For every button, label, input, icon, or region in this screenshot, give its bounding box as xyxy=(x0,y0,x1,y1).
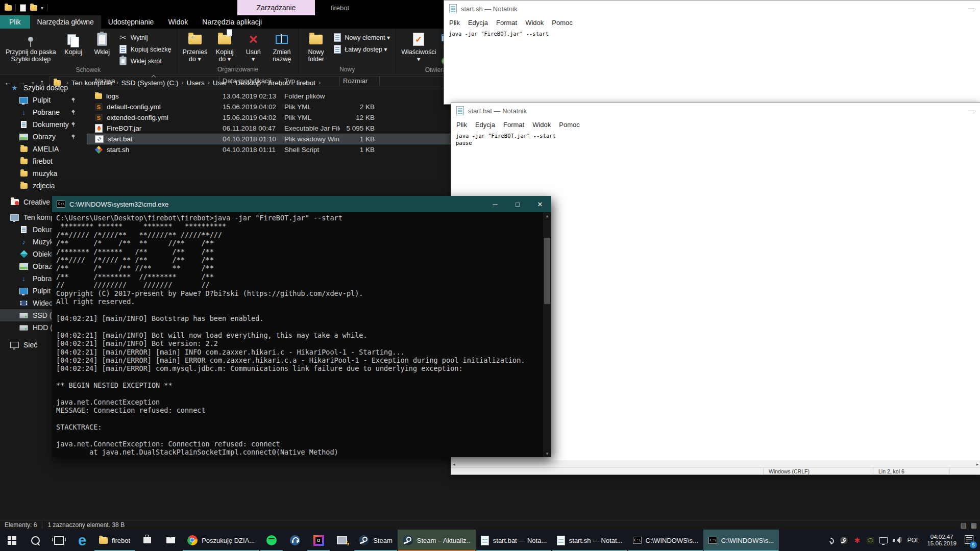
properties-button[interactable]: ✓ Właściwości ▾ xyxy=(399,30,438,64)
store-button[interactable] xyxy=(135,530,159,551)
tray-volume-icon-icon[interactable]: )) xyxy=(892,537,901,544)
mail-button[interactable] xyxy=(159,530,182,551)
move-to-button[interactable]: ← Przenieś do ▾ xyxy=(180,30,210,64)
rename-button[interactable]: Zmień nazwę xyxy=(268,30,296,64)
tab-plik[interactable]: Plik xyxy=(0,15,30,29)
sidebar-item-obrazy[interactable]: Obrazy xyxy=(0,131,83,143)
menu-widok[interactable]: Widok xyxy=(528,121,555,129)
task-view-button[interactable] xyxy=(47,530,70,551)
cut-button[interactable]: ✂Wytnij xyxy=(117,32,174,43)
minimize-button[interactable]: — xyxy=(968,107,974,114)
menu-format[interactable]: Format xyxy=(499,121,528,129)
copy-path-button[interactable]: Kopiuj ścieżkę xyxy=(117,44,174,55)
tray-red-app-icon-icon[interactable]: ✱ xyxy=(852,537,862,544)
explorer-firebot-button[interactable]: firebot xyxy=(94,530,135,551)
sidebar-item-amelia[interactable]: AMELIA xyxy=(0,143,83,155)
tray-nvidia-icon-icon[interactable] xyxy=(866,537,875,544)
status-encoding: Windows (CRLF) xyxy=(763,468,873,474)
sidebar-item-zdjecia[interactable]: zdjecia xyxy=(0,180,83,192)
file-date-cell: 04.10.2018 01:11 xyxy=(219,146,281,154)
column-header-rozmiar[interactable]: Rozmiar xyxy=(340,76,380,85)
notepad-sh-text-area[interactable]: java -jar "FireBOT.jar" --start xyxy=(444,28,980,37)
menu-widok[interactable]: Widok xyxy=(521,19,548,27)
spotify-button[interactable] xyxy=(260,530,283,551)
steam-button[interactable]: Steam xyxy=(354,530,398,551)
scrollbar-thumb[interactable] xyxy=(544,238,550,304)
properties-qat-icon[interactable] xyxy=(20,4,26,11)
notepad-bat-text-area[interactable]: java -jar "FireBOT.jar" --start pause xyxy=(451,130,980,146)
sidebar-item-pulpit[interactable]: Pulpit xyxy=(0,94,83,106)
notification-center-button[interactable]: 5 xyxy=(965,535,973,546)
copy-button[interactable]: Kopiuj xyxy=(60,30,87,57)
search-button[interactable] xyxy=(23,530,47,551)
close-button[interactable]: ✕ xyxy=(529,196,551,212)
column-header-nazwa[interactable]: Nazwa xyxy=(87,76,219,85)
tray-satellite-icon-icon[interactable] xyxy=(826,537,835,544)
cmd-scrollbar[interactable]: ▴ ▾ xyxy=(543,212,551,457)
intellij-button[interactable]: IJ xyxy=(307,530,330,551)
notepad-sh-button[interactable]: start.sh — Notat... xyxy=(552,530,628,551)
view-details-button[interactable]: ▤ xyxy=(960,521,966,529)
cmd-window-2-button[interactable]: C:\C:\WINDOWS\s... xyxy=(703,530,779,551)
taskbar-clock[interactable]: 04:02:47 15.06.2019 xyxy=(925,534,959,547)
minimize-button[interactable]: ─ xyxy=(484,196,506,212)
paste-shortcut-button[interactable]: Wklej skrót xyxy=(117,56,174,66)
view-thumbnails-button[interactable]: ▦ xyxy=(971,521,977,529)
taskbar: efirebotPoszukuję DZIA...IJSteamSteam – … xyxy=(0,530,980,551)
new-item-button[interactable]: Nowy element ▾ xyxy=(331,32,392,43)
horizontal-scrollbar[interactable]: ◂ ▸ xyxy=(451,460,980,468)
maximize-button[interactable]: □ xyxy=(506,196,529,212)
tab-widok[interactable]: Widok xyxy=(161,15,195,29)
delete-button[interactable]: × Usuń ▾ xyxy=(239,30,267,64)
start-button[interactable] xyxy=(0,530,23,551)
sidebar-item-pobrane[interactable]: ↓Pobrane xyxy=(0,106,83,118)
sidebar-item-szybki-dost-p[interactable]: ★Szybki dostęp xyxy=(0,82,83,94)
cmd-titlebar[interactable]: C:\ C:\WINDOWS\system32\cmd.exe ─ □ ✕ xyxy=(52,196,551,212)
ribbon-group-new: Nowy folder Nowy element ▾ Łatwy dostęp … xyxy=(299,29,396,74)
scroll-right-arrow-icon[interactable]: ▸ xyxy=(976,462,978,467)
scroll-left-arrow-icon[interactable]: ◂ xyxy=(453,462,455,467)
easy-access-button[interactable]: Łatwy dostęp ▾ xyxy=(331,44,392,55)
tray-steam-icon-icon[interactable] xyxy=(839,537,848,544)
menu-edycja[interactable]: Edycja xyxy=(471,121,499,129)
notepad-sh-titlebar[interactable]: start.sh — Notatnik — xyxy=(444,1,980,17)
sidebar-item-label: Pulpit xyxy=(33,96,51,104)
menu-pomoc[interactable]: Pomoc xyxy=(548,19,576,27)
scroll-down-arrow-icon[interactable]: ▾ xyxy=(546,451,549,456)
column-header-typ[interactable]: Typ xyxy=(281,76,340,85)
menu-pomoc[interactable]: Pomoc xyxy=(555,121,583,129)
voice-app-button[interactable] xyxy=(283,530,307,551)
sidebar-item-muzyka[interactable]: muzyka xyxy=(0,167,83,180)
minimize-button[interactable]: — xyxy=(968,5,974,12)
menu-edycja[interactable]: Edycja xyxy=(464,19,492,27)
menu-plik[interactable]: Plik xyxy=(452,121,471,129)
tray-network-icon-icon[interactable] xyxy=(879,537,888,543)
notepad-bat-titlebar[interactable]: start.bat — Notatnik — xyxy=(451,103,980,119)
menu-format[interactable]: Format xyxy=(492,19,521,27)
taskview-icon xyxy=(54,536,64,545)
chrome-button[interactable]: Poszukuję DZIA... xyxy=(182,530,260,551)
new-folder-qat-icon[interactable] xyxy=(30,5,37,11)
cmd-window-1-button[interactable]: C:\C:\WINDOWS\s... xyxy=(628,530,703,551)
language-indicator[interactable]: POL xyxy=(905,537,921,544)
column-header-label: Nazwa xyxy=(95,77,115,85)
steam-update-button[interactable]: Steam – Aktualiz... xyxy=(398,530,476,551)
tab-udost-pnianie[interactable]: Udostępnianie xyxy=(101,15,161,29)
paste-button[interactable]: Wklej xyxy=(88,30,116,57)
notepad-bat-button[interactable]: start.bat — Nota... xyxy=(476,530,552,551)
easy-access-icon xyxy=(334,45,341,54)
manage-contextual-tab[interactable]: Zarządzanie xyxy=(237,0,315,15)
menu-plik[interactable]: Plik xyxy=(445,19,464,27)
column-header-data-modyfikacji[interactable]: Data modyfikacji xyxy=(219,76,281,85)
copy-to-button[interactable]: Kopiuj do ▾ xyxy=(211,30,238,64)
device-app-button[interactable] xyxy=(330,530,354,551)
new-folder-button[interactable]: Nowy folder xyxy=(302,30,330,64)
pin-to-quick-access-button[interactable]: Przypnij do paska Szybki dostęp xyxy=(3,30,59,64)
tab-narz-dzia-g-wne[interactable]: Narzędzia główne xyxy=(30,15,101,29)
edge-button[interactable]: e xyxy=(70,530,94,551)
qat-customize-caret-icon[interactable]: ▾ xyxy=(41,5,43,11)
sidebar-item-dokumenty[interactable]: Dokumenty xyxy=(0,118,83,131)
sidebar-item-firebot[interactable]: firebot xyxy=(0,155,83,167)
scroll-up-arrow-icon[interactable]: ▴ xyxy=(546,213,549,218)
tab-narz-dzia-aplikacji[interactable]: Narzędzia aplikacji xyxy=(195,15,269,29)
